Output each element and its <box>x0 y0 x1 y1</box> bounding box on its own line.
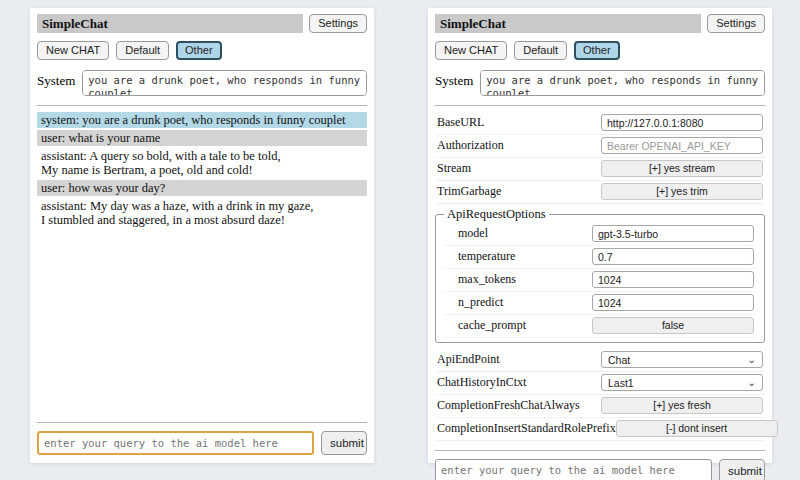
query-row: submit <box>435 459 765 480</box>
session-button-other[interactable]: Other <box>574 41 620 60</box>
chevron-down-icon: ⌄ <box>748 378 756 388</box>
query-row: submit <box>37 431 367 455</box>
chevron-down-icon: ⌄ <box>748 355 756 365</box>
chat-message-assistant: assistant: A query so bold, with a tale … <box>37 148 367 178</box>
baseurl-label: BaseURL <box>437 115 484 130</box>
completion-insert-standard-role-prefix-button[interactable]: [-] dont insert <box>616 420 778 437</box>
settings-row-temperature: temperature <box>444 246 756 269</box>
settings-row-max-tokens: max_tokens <box>444 269 756 292</box>
header-row: SimpleChat Settings <box>37 14 367 33</box>
submit-button[interactable]: submit <box>321 431 367 455</box>
settings-row-n-predict: n_predict <box>444 292 756 315</box>
max-tokens-input[interactable] <box>592 271 754 288</box>
divider <box>37 105 367 106</box>
completion-fresh-chat-always-label: CompletionFreshChatAlways <box>437 398 580 413</box>
app-title: SimpleChat <box>37 14 303 33</box>
completion-insert-standard-role-prefix-label: CompletionInsertStandardRolePrefix <box>437 421 616 436</box>
cache-prompt-toggle-button[interactable]: false <box>592 317 754 334</box>
temperature-label: temperature <box>458 249 515 264</box>
n-predict-label: n_predict <box>458 295 503 310</box>
chat-message-user: user: how was your day? <box>37 180 367 196</box>
cache-prompt-label: cache_prompt <box>458 318 526 333</box>
api-request-options-legend: ApiRequestOptions <box>444 207 549 222</box>
system-label: System <box>435 70 473 96</box>
settings-row-authorization: Authorization <box>435 135 765 158</box>
n-predict-input[interactable] <box>592 294 754 311</box>
settings-row-completion-insert-standard-role-prefix: CompletionInsertStandardRolePrefix [-] d… <box>435 418 765 441</box>
settings-row-baseurl: BaseURL <box>435 112 765 135</box>
new-chat-button[interactable]: New CHAT <box>435 41 507 60</box>
session-button-other[interactable]: Other <box>176 41 222 60</box>
session-button-default[interactable]: Default <box>116 41 169 60</box>
chat-message-user: user: what is your name <box>37 130 367 146</box>
model-label: model <box>458 226 488 241</box>
completion-fresh-chat-always-button[interactable]: [+] yes fresh <box>601 397 763 414</box>
model-input[interactable] <box>592 225 754 242</box>
chat-message-list: system: you are a drunk poet, who respon… <box>37 112 367 230</box>
chat-history-selected-value: Last1 <box>608 377 634 389</box>
divider <box>435 105 765 106</box>
api-request-options-fieldset: ApiRequestOptions model temperature max_… <box>435 207 765 343</box>
baseurl-input[interactable] <box>601 114 763 131</box>
settings-row-stream: Stream [+] yes stream <box>435 158 765 181</box>
api-endpoint-select[interactable]: Chat ⌄ <box>601 351 763 368</box>
system-label: System <box>37 70 75 96</box>
header-row: SimpleChat Settings <box>435 14 765 33</box>
authorization-label: Authorization <box>437 138 504 153</box>
empty-space <box>37 230 367 413</box>
system-row: System you are a drunk poet, who respond… <box>435 70 765 96</box>
trimgarbage-toggle-button[interactable]: [+] yes trim <box>601 183 763 200</box>
chat-message-assistant: assistant: My day was a haze, with a dri… <box>37 198 367 228</box>
settings-panel: SimpleChat Settings New CHAT Default Oth… <box>428 8 772 463</box>
stream-label: Stream <box>437 161 471 176</box>
divider <box>37 422 367 423</box>
settings-row-chat-history-in-ctxt: ChatHistoryInCtxt Last1 ⌄ <box>435 372 765 395</box>
chat-history-in-ctxt-select[interactable]: Last1 ⌄ <box>601 374 763 391</box>
app-title: SimpleChat <box>435 14 701 33</box>
chat-message-system: system: you are a drunk poet, who respon… <box>37 112 367 128</box>
session-row: New CHAT Default Other <box>435 41 765 60</box>
settings-list: BaseURL Authorization Stream [+] yes str… <box>435 112 765 441</box>
query-input[interactable] <box>37 431 314 455</box>
chat-history-in-ctxt-label: ChatHistoryInCtxt <box>437 375 526 390</box>
api-endpoint-selected-value: Chat <box>608 354 630 366</box>
api-endpoint-label: ApiEndPoint <box>437 352 500 367</box>
chat-panel: SimpleChat Settings New CHAT Default Oth… <box>30 8 374 463</box>
max-tokens-label: max_tokens <box>458 272 516 287</box>
submit-button[interactable]: submit <box>719 459 765 480</box>
temperature-input[interactable] <box>592 248 754 265</box>
query-input[interactable] <box>435 459 712 480</box>
session-row: New CHAT Default Other <box>37 41 367 60</box>
settings-button[interactable]: Settings <box>707 14 765 33</box>
new-chat-button[interactable]: New CHAT <box>37 41 109 60</box>
stream-toggle-button[interactable]: [+] yes stream <box>601 160 763 177</box>
settings-row-api-endpoint: ApiEndPoint Chat ⌄ <box>435 349 765 372</box>
settings-row-trimgarbage: TrimGarbage [+] yes trim <box>435 181 765 204</box>
divider <box>435 450 765 451</box>
settings-row-model: model <box>444 223 756 246</box>
system-prompt-input[interactable]: you are a drunk poet, who responds in fu… <box>480 70 765 96</box>
settings-button[interactable]: Settings <box>309 14 367 33</box>
system-row: System you are a drunk poet, who respond… <box>37 70 367 96</box>
authorization-input[interactable] <box>601 137 763 154</box>
settings-row-cache-prompt: cache_prompt false <box>444 315 756 338</box>
trimgarbage-label: TrimGarbage <box>437 184 501 199</box>
session-button-default[interactable]: Default <box>514 41 567 60</box>
system-prompt-input[interactable]: you are a drunk poet, who responds in fu… <box>82 70 367 96</box>
settings-row-completion-fresh-chat-always: CompletionFreshChatAlways [+] yes fresh <box>435 395 765 418</box>
